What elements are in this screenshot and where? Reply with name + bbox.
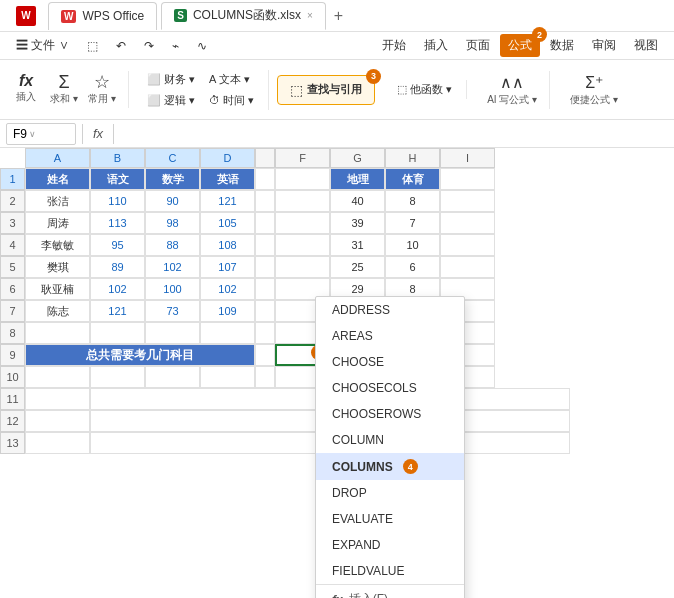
dropdown-fieldvalue[interactable]: FIELDVALUE [316, 558, 464, 584]
dropdown-column[interactable]: COLUMN [316, 427, 464, 453]
row-header-11[interactable]: 11 [0, 388, 25, 410]
cell-g4[interactable]: 31 [330, 234, 385, 256]
cell-f3[interactable] [275, 212, 330, 234]
toolbar-other-btn[interactable]: ⬚ 他函数 ▾ [391, 80, 458, 99]
menu-start[interactable]: 开始 [374, 34, 414, 57]
wps-office-tab[interactable]: W WPS Office [48, 2, 157, 30]
cell-e10[interactable] [255, 366, 275, 388]
cell-d6[interactable]: 102 [200, 278, 255, 300]
cell-c3[interactable]: 98 [145, 212, 200, 234]
toolbar-sum-btn[interactable]: Σ 求和 ▾ [46, 71, 82, 108]
row-header-4[interactable]: 4 [0, 234, 25, 256]
menu-review[interactable]: 审阅 [584, 34, 624, 57]
col-header-d[interactable]: D [200, 148, 255, 168]
cell-a12[interactable] [25, 410, 90, 432]
cell-h1[interactable]: 体育 [385, 168, 440, 190]
row-header-2[interactable]: 2 [0, 190, 25, 212]
cell-e5[interactable] [255, 256, 275, 278]
cell-a10[interactable] [25, 366, 90, 388]
menu-undo[interactable]: ↶ [108, 36, 134, 56]
cell-d2[interactable]: 121 [200, 190, 255, 212]
menu-file[interactable]: ☰ 文件 ∨ [8, 34, 77, 57]
add-tab-btn[interactable]: + [330, 7, 347, 25]
cell-b7[interactable]: 121 [90, 300, 145, 322]
cell-a7[interactable]: 陈志 [25, 300, 90, 322]
cell-c8[interactable] [145, 322, 200, 344]
cell-b1[interactable]: 语文 [90, 168, 145, 190]
cell-e3[interactable] [255, 212, 275, 234]
col-header-e[interactable] [255, 148, 275, 168]
toolbar-quick-btn[interactable]: Σ⁺ 便捷公式 ▾ [566, 71, 622, 109]
cell-b10[interactable] [90, 366, 145, 388]
cell-f5[interactable] [275, 256, 330, 278]
cell-c10[interactable] [145, 366, 200, 388]
cell-c6[interactable]: 100 [145, 278, 200, 300]
dropdown-areas[interactable]: AREAS [316, 323, 464, 349]
cell-g5[interactable]: 25 [330, 256, 385, 278]
cell-g3[interactable]: 39 [330, 212, 385, 234]
file-tab[interactable]: S COLUMNS函数.xlsx × [161, 2, 326, 30]
cell-e2[interactable] [255, 190, 275, 212]
cell-g1[interactable]: 地理 [330, 168, 385, 190]
menu-extra[interactable]: ∿ [189, 36, 215, 56]
menu-view[interactable]: 视图 [626, 34, 666, 57]
cell-b3[interactable]: 113 [90, 212, 145, 234]
menu-data[interactable]: 数据 [542, 34, 582, 57]
cell-b5[interactable]: 89 [90, 256, 145, 278]
col-header-h[interactable]: H [385, 148, 440, 168]
toolbar-ai-btn[interactable]: ∧∧ AI 写公式 ▾ [483, 71, 541, 109]
col-header-c[interactable]: C [145, 148, 200, 168]
row-header-6[interactable]: 6 [0, 278, 25, 300]
cell-e7[interactable] [255, 300, 275, 322]
cell-g2[interactable]: 40 [330, 190, 385, 212]
row-header-13[interactable]: 13 [0, 432, 25, 454]
cell-e1[interactable] [255, 168, 275, 190]
cell-f1[interactable] [275, 168, 330, 190]
toolbar-insert-btn[interactable]: fx 插入 [8, 71, 44, 108]
row-header-10[interactable]: 10 [0, 366, 25, 388]
col-header-f[interactable]: F [275, 148, 330, 168]
toolbar-text-btn[interactable]: A 文本 ▾ [203, 70, 256, 89]
dropdown-chooserows[interactable]: CHOOSEROWS [316, 401, 464, 427]
row-header-8[interactable]: 8 [0, 322, 25, 344]
cell-e9[interactable] [255, 344, 275, 366]
menu-insert[interactable]: 插入 [416, 34, 456, 57]
row-header-7[interactable]: 7 [0, 300, 25, 322]
cell-d3[interactable]: 105 [200, 212, 255, 234]
toolbar-logic-btn[interactable]: ⬜ 逻辑 ▾ [141, 91, 201, 110]
cell-a13[interactable] [25, 432, 90, 454]
cell-a11[interactable] [25, 388, 90, 410]
toolbar-finance-btn[interactable]: ⬜ 财务 ▾ [141, 70, 201, 89]
row-header-12[interactable]: 12 [0, 410, 25, 432]
cell-c2[interactable]: 90 [145, 190, 200, 212]
col-header-b[interactable]: B [90, 148, 145, 168]
cell-b2[interactable]: 110 [90, 190, 145, 212]
cell-d7[interactable]: 109 [200, 300, 255, 322]
cell-a6[interactable]: 耿亚楠 [25, 278, 90, 300]
cell-b6[interactable]: 102 [90, 278, 145, 300]
cell-c5[interactable]: 102 [145, 256, 200, 278]
cell-i5[interactable] [440, 256, 495, 278]
cell-e6[interactable] [255, 278, 275, 300]
menu-autosave[interactable]: ⌁ [164, 36, 187, 56]
tab-close-btn[interactable]: × [307, 10, 313, 21]
cell-h3[interactable]: 7 [385, 212, 440, 234]
cell-h2[interactable]: 8 [385, 190, 440, 212]
cell-b8[interactable] [90, 322, 145, 344]
cell-a2[interactable]: 张洁 [25, 190, 90, 212]
dropdown-evaluate[interactable]: EVALUATE [316, 506, 464, 532]
dropdown-address[interactable]: ADDRESS [316, 297, 464, 323]
dropdown-columns[interactable]: COLUMNS 4 [316, 453, 464, 480]
cell-h5[interactable]: 6 [385, 256, 440, 278]
cell-i2[interactable] [440, 190, 495, 212]
col-header-g[interactable]: G [330, 148, 385, 168]
cell-merge-9[interactable]: 总共需要考几门科目 [25, 344, 255, 366]
toolbar-time-btn[interactable]: ⏱ 时间 ▾ [203, 91, 260, 110]
cell-h4[interactable]: 10 [385, 234, 440, 256]
cell-i4[interactable] [440, 234, 495, 256]
dropdown-choosecols[interactable]: CHOOSECOLS [316, 375, 464, 401]
row-header-3[interactable]: 3 [0, 212, 25, 234]
cell-reference[interactable]: F9 ∨ [6, 123, 76, 145]
dropdown-expand[interactable]: EXPAND [316, 532, 464, 558]
row-header-9[interactable]: 9 [0, 344, 25, 366]
